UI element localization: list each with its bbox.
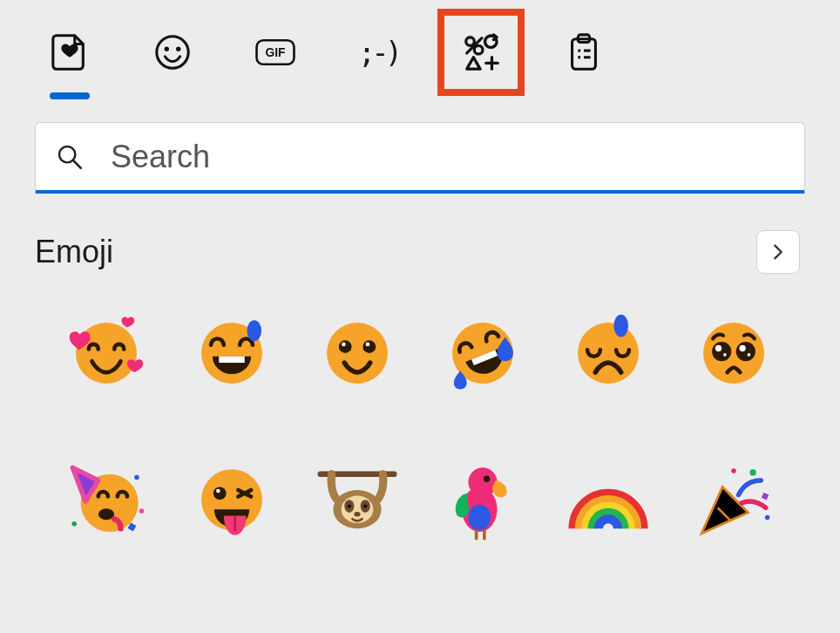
svg-point-55 [468, 505, 491, 530]
search-box[interactable] [35, 122, 805, 194]
heart-tray-icon [50, 32, 90, 72]
gif-icon: GIF [255, 32, 295, 72]
search-icon [55, 142, 85, 172]
svg-point-23 [339, 340, 352, 353]
svg-rect-61 [762, 493, 769, 500]
emoji-grinning-face-with-big-eyes[interactable] [295, 305, 420, 401]
svg-point-29 [613, 315, 628, 337]
svg-point-2 [176, 46, 180, 51]
emoji-pleading-face[interactable] [671, 305, 796, 401]
active-tab-underline [50, 92, 90, 99]
svg-point-21 [247, 320, 261, 341]
svg-point-26 [366, 343, 370, 347]
svg-rect-59 [483, 530, 486, 540]
emoji-grinning-face-with-sweat[interactable] [169, 305, 295, 401]
emoji-winking-face-with-tongue[interactable] [169, 453, 295, 549]
kaomoji-icon: ;-) [358, 35, 398, 70]
svg-rect-58 [475, 530, 478, 540]
smiley-icon [152, 32, 193, 72]
svg-point-39 [134, 475, 139, 480]
svg-point-41 [71, 521, 77, 527]
search-input[interactable] [109, 138, 785, 176]
svg-point-53 [354, 512, 360, 517]
svg-point-0 [157, 37, 188, 68]
svg-point-40 [139, 508, 145, 514]
svg-point-63 [765, 515, 770, 521]
svg-point-31 [712, 342, 731, 361]
svg-point-25 [342, 343, 346, 347]
tab-kaomoji[interactable]: ;-) [352, 26, 404, 78]
emoji-smiling-face-with-hearts[interactable] [44, 305, 169, 401]
svg-point-36 [748, 353, 751, 357]
emoji-party-popper[interactable] [671, 453, 796, 549]
emoji-section-title: Emoji [35, 234, 113, 270]
svg-point-45 [216, 489, 220, 493]
emoji-grid [35, 305, 805, 549]
chevron-right-icon [769, 242, 788, 262]
emoji-section-header: Emoji [35, 230, 805, 274]
svg-point-62 [731, 468, 736, 473]
emoji-sloth[interactable] [295, 453, 420, 549]
svg-text:GIF: GIF [266, 46, 286, 59]
tab-gif[interactable]: GIF [249, 26, 301, 78]
orange-highlight-box [437, 9, 525, 96]
emoji-partying-face[interactable] [44, 453, 169, 549]
svg-point-32 [736, 342, 755, 361]
svg-point-24 [362, 340, 376, 353]
svg-point-35 [723, 353, 727, 357]
emoji-parrot[interactable] [420, 453, 545, 549]
svg-point-33 [715, 345, 721, 351]
svg-point-44 [213, 487, 227, 500]
category-tabs: GIF ;-) [35, 26, 805, 78]
svg-line-18 [73, 160, 81, 168]
emoji-section-expand-button[interactable] [756, 230, 800, 274]
tab-clipboard[interactable] [558, 26, 610, 78]
tab-favorites[interactable] [44, 26, 96, 78]
emoji-rolling-on-the-floor-laughing[interactable] [420, 305, 545, 401]
svg-point-34 [739, 345, 745, 351]
svg-point-51 [348, 504, 351, 507]
svg-point-56 [468, 467, 497, 496]
emoji-rainbow[interactable] [545, 453, 671, 549]
clipboard-icon [564, 32, 604, 72]
emoji-downcast-face-with-sweat[interactable] [545, 305, 671, 401]
tab-symbols[interactable] [455, 26, 507, 78]
tab-emoji[interactable] [146, 26, 199, 78]
svg-point-52 [363, 504, 367, 507]
svg-point-57 [484, 476, 490, 482]
svg-point-1 [165, 46, 169, 51]
svg-point-60 [749, 469, 755, 475]
